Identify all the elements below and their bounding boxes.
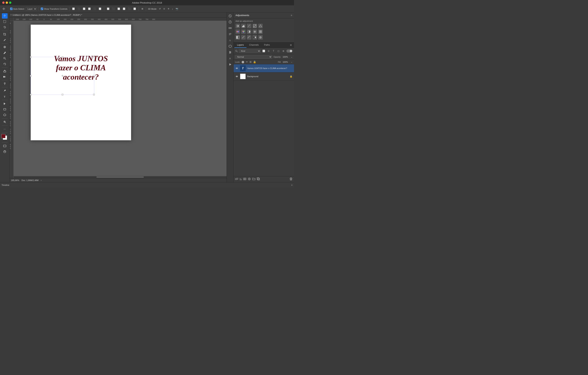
align-bottom-btn[interactable]: ⬜ — [82, 7, 86, 11]
zoom-tool[interactable] — [2, 119, 8, 125]
fill-arrow[interactable]: ⌄ — [291, 61, 293, 63]
brightness-contrast-adj[interactable] — [235, 24, 240, 28]
color-panel-btn[interactable] — [228, 25, 233, 31]
lock-position-icon[interactable]: ✏ — [246, 60, 248, 63]
minimize-button[interactable] — [6, 1, 8, 4]
move-tool[interactable] — [2, 13, 8, 19]
layer-item-text[interactable]: T Vamos JUNTOS fazer o CLIMA acontecer? — [234, 64, 294, 72]
gradient-map-adj[interactable] — [252, 35, 257, 40]
handle-br[interactable] — [93, 94, 95, 95]
align-right-btn[interactable]: ⬜ — [98, 7, 102, 11]
channel-mixer-adj[interactable] — [258, 29, 263, 34]
layers-menu-btn[interactable]: ≡ — [289, 43, 293, 48]
selection-tool[interactable] — [2, 19, 8, 24]
threshold-adj[interactable] — [247, 35, 251, 40]
heal-tool[interactable] — [2, 44, 8, 50]
channels-tab[interactable]: Channels — [246, 43, 262, 48]
layer-select[interactable]: Layer — [26, 7, 37, 11]
crop-tool[interactable] — [2, 32, 8, 37]
type-tool[interactable]: T — [2, 94, 8, 99]
kind-filter-select[interactable]: Kind — [239, 49, 261, 53]
3d-btn3[interactable]: ✛ — [167, 7, 170, 11]
pixel-filter-icon[interactable]: ⬜ — [262, 49, 266, 53]
dist-right-btn[interactable]: ⬜ — [117, 7, 121, 11]
3d-btn1[interactable]: ↺ — [158, 7, 161, 11]
gradient-tool[interactable] — [2, 74, 8, 79]
grid-btn[interactable]: ⊞ — [141, 7, 144, 11]
adj-layer-btn[interactable] — [248, 177, 251, 181]
fill-value[interactable]: 100% — [283, 61, 289, 63]
shape-filter-icon[interactable]: ◻ — [277, 49, 280, 53]
layer-item-background[interactable]: Background 🔒 — [234, 72, 294, 81]
dodge-tool[interactable] — [2, 81, 8, 87]
paragraph-panel-btn[interactable] — [228, 32, 233, 37]
extras-tool[interactable]: ··· — [2, 126, 8, 132]
dist-left-btn[interactable]: ⬜ — [106, 7, 110, 11]
mask-btn[interactable] — [243, 177, 246, 181]
posterize-adj[interactable] — [241, 35, 246, 40]
close-button[interactable] — [2, 1, 5, 4]
dist-top-btn[interactable]: ⬜ — [122, 7, 126, 11]
invert-adj[interactable] — [235, 35, 240, 40]
align-vcenter-btn[interactable]: ⬛ — [77, 7, 81, 11]
lock-all-icon[interactable]: 🔒 — [253, 60, 256, 63]
filter-toggle[interactable] — [286, 49, 293, 53]
dist-center-btn[interactable]: ⬛ — [111, 7, 116, 11]
align-top-btn[interactable]: ⬜ — [71, 7, 76, 11]
selective-color-adj[interactable] — [258, 35, 263, 40]
3d-panel-btn[interactable] — [228, 44, 233, 49]
color-balance-adj[interactable] — [241, 29, 246, 34]
handle-tl[interactable] — [30, 56, 32, 58]
blend-mode-select[interactable]: Normal — [235, 55, 272, 59]
properties-panel-btn[interactable] — [228, 50, 233, 55]
handle-bl[interactable] — [30, 94, 32, 95]
vibrance-adj[interactable] — [258, 24, 263, 28]
actions-panel-btn[interactable] — [228, 62, 233, 67]
delete-layer-btn[interactable] — [289, 177, 293, 181]
curves-adj[interactable] — [247, 24, 251, 28]
type-panel-btn[interactable]: A — [228, 56, 233, 61]
adjustments-panel-btn[interactable] — [228, 13, 233, 19]
layer-visibility-text[interactable] — [235, 66, 239, 70]
type-filter-icon[interactable]: T — [272, 49, 275, 53]
foreground-color-swatch[interactable] — [1, 134, 5, 138]
character-panel-btn[interactable]: A — [228, 38, 233, 43]
info-panel-btn[interactable] — [228, 19, 233, 25]
3d-btn2[interactable]: ⊙ — [163, 7, 166, 11]
transform-controls-checkbox[interactable]: Show Transform Controls — [41, 8, 67, 10]
lock-pixel-icon[interactable]: ⬤ — [242, 60, 244, 63]
move-tool-icon[interactable] — [1, 7, 6, 11]
lasso-tool[interactable] — [2, 25, 8, 30]
shape-tool[interactable] — [2, 107, 8, 112]
levels-adj[interactable] — [241, 24, 246, 28]
path-selection-tool[interactable] — [2, 101, 8, 106]
group-btn[interactable] — [252, 177, 255, 181]
lock-artboard-icon[interactable]: ⊞ — [250, 60, 252, 63]
link-layers-btn[interactable] — [235, 177, 238, 181]
stamp-tool[interactable] — [2, 56, 8, 61]
fx-btn[interactable]: fx — [240, 178, 242, 181]
3d-shape-tool[interactable] — [2, 112, 8, 118]
brush-tool[interactable] — [2, 50, 8, 55]
adjustment-filter-icon[interactable]: ⊙ — [267, 49, 271, 53]
dist-vcenter-btn[interactable]: ⬛ — [127, 7, 131, 11]
horizontal-scrollbar[interactable] — [14, 176, 227, 178]
layers-tab[interactable]: Layers — [234, 43, 246, 48]
dist-bottom-btn[interactable]: ⬜ — [133, 7, 137, 11]
canvas-viewport[interactable]: Vamos JUNTOS fazer o CLIMA acontecer? — [14, 21, 227, 178]
color-swatches[interactable] — [1, 134, 8, 141]
smart-filter-icon[interactable]: ⊕ — [282, 49, 285, 53]
history-tool[interactable] — [2, 61, 8, 67]
handle-ml[interactable] — [30, 75, 32, 77]
timeline-menu[interactable]: ≡ — [291, 184, 293, 186]
hue-saturation-adj[interactable] — [235, 29, 240, 34]
3d-btn4[interactable]: ↕ — [171, 7, 174, 11]
quick-mask-btn[interactable] — [2, 149, 8, 154]
pen-tool[interactable] — [2, 88, 8, 93]
auto-select-checkbox[interactable]: Auto-Select: — [10, 8, 25, 10]
layer-visibility-background[interactable] — [235, 75, 239, 78]
panel-menu-btn[interactable]: ≡ — [291, 14, 292, 17]
forward-arrow[interactable]: › — [41, 179, 42, 181]
eyedropper-tool[interactable] — [2, 37, 8, 43]
eraser-tool[interactable] — [2, 68, 8, 74]
